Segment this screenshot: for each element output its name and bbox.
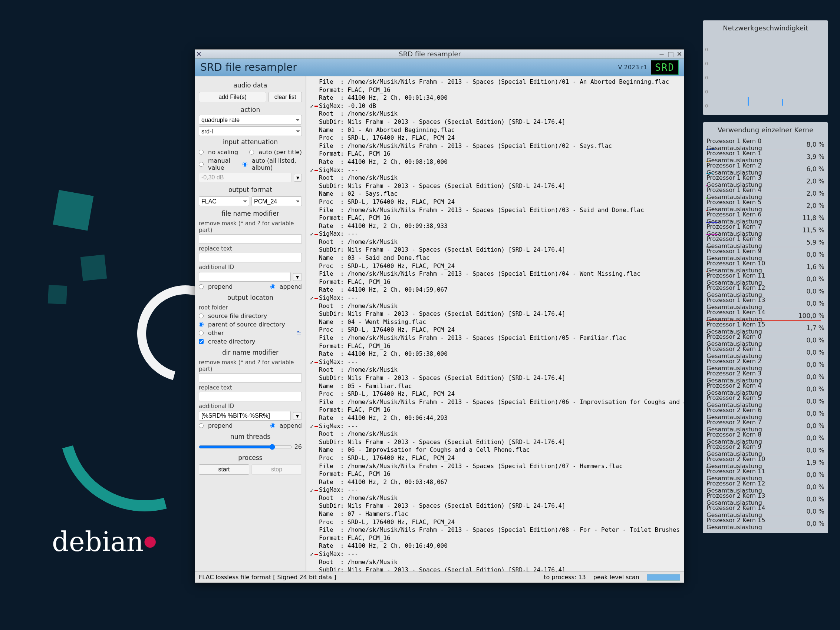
app-name: SRD file resampler: [200, 61, 618, 73]
cpu-core-row: Prozessor 2 Kern 9 Gesamtauslastung0,0 %: [703, 444, 828, 456]
log-file-checkmark[interactable]: ✓: [307, 359, 318, 366]
section-output-location: output locaton: [199, 291, 302, 303]
cpu-core-value: 0,0 %: [806, 434, 824, 442]
cpu-core-row: Prozessor 2 Kern 0 Gesamtauslastung0,0 %: [703, 334, 828, 346]
log-file-checkmark[interactable]: ✓: [307, 487, 318, 495]
action-select[interactable]: quadruple rate: [199, 115, 302, 124]
label-dnm-replace-text: replace text: [199, 384, 302, 391]
attenuation-stepper[interactable]: ▾: [294, 174, 302, 181]
radio-loc-source[interactable]: [199, 313, 204, 318]
input-replace-text[interactable]: [199, 253, 302, 262]
label-loc-parent: parent of source directory: [208, 321, 285, 328]
label-loc-source: source file directory: [208, 312, 267, 320]
progress-bar: [647, 574, 680, 581]
cpu-core-row: Prozessor 1 Kern 9 Gesamtauslastung0,0 %: [703, 248, 828, 260]
start-button[interactable]: start: [199, 465, 249, 475]
radio-no-scaling[interactable]: [199, 150, 204, 154]
radio-auto-album[interactable]: [243, 162, 247, 167]
input-dnm-replace-text[interactable]: [199, 392, 302, 402]
cpu-core-value: 0,0 %: [806, 251, 824, 258]
log-file-checkmark[interactable]: ✓: [307, 423, 318, 430]
input-additional-id[interactable]: [199, 272, 291, 282]
minimize-button[interactable]: −: [657, 50, 666, 58]
cpu-core-row: Prozessor 2 Kern 11 Gesamtauslastung0,0 …: [703, 468, 828, 480]
algorithm-select[interactable]: srd-l: [199, 126, 302, 136]
app-window: ✕ SRD file resampler − □ ✕ SRD file resa…: [195, 49, 684, 583]
cpu-core-row: Prozessor 1 Kern 10 Gesamtauslastung1,6 …: [703, 260, 828, 273]
log-file-checkmark[interactable]: ✓: [307, 295, 318, 302]
log-panel[interactable]: File : /home/sk/Musik/Nils Frahm - 2013 …: [306, 76, 684, 572]
label-dnm-additional-id: additional ID: [199, 403, 302, 410]
dnm-additional-id-dropdown[interactable]: ▾: [293, 412, 302, 420]
radio-fnm-prepend[interactable]: [199, 284, 204, 289]
radio-fnm-append[interactable]: [270, 284, 275, 289]
label-loc-other: other: [208, 329, 224, 337]
radio-loc-other[interactable]: [199, 331, 204, 335]
close-button[interactable]: ✕: [675, 50, 684, 58]
add-files-button[interactable]: add File(s): [199, 92, 266, 102]
cpu-core-value: 0,0 %: [806, 447, 824, 454]
input-dnm-additional-id[interactable]: [199, 411, 291, 421]
label-auto-album: auto (all listed, album): [252, 157, 302, 171]
status-format: FLAC lossless file format [ Signed 24 bi…: [199, 574, 336, 581]
cpu-core-row: Prozessor 2 Kern 10 Gesamtauslastung1,9 …: [703, 456, 828, 468]
cpu-core-row: Prozessor 2 Kern 6 Gesamtauslastung0,0 %: [703, 407, 828, 419]
radio-auto-title[interactable]: [249, 150, 254, 154]
label-dnm-prepend: prepend: [208, 422, 233, 429]
section-dir-name-modifier: dir name modifier: [199, 346, 302, 358]
clear-list-button[interactable]: clear list: [268, 92, 302, 102]
check-create-directory[interactable]: [199, 339, 204, 344]
stop-button[interactable]: stop: [251, 465, 302, 475]
cpu-core-label: Prozessor 2 Kern 15 Gesamtauslastung: [706, 517, 806, 531]
cpu-core-value: 1,7 %: [806, 324, 824, 332]
cpu-core-value: 0,0 %: [806, 337, 824, 344]
log-file-checkmark[interactable]: ✓: [307, 230, 318, 238]
cpu-core-row: Prozessor 1 Kern 2 Gesamtauslastung6,0 %: [703, 163, 828, 175]
window-menu-icon[interactable]: ✕: [195, 50, 202, 58]
format-select[interactable]: FLAC: [199, 197, 249, 206]
titlebar[interactable]: ✕ SRD file resampler − □ ✕: [195, 50, 684, 58]
status-peak-scan: peak level scan: [594, 574, 639, 581]
folder-browse-icon[interactable]: 🗀: [296, 329, 302, 337]
label-prepend: prepend: [208, 283, 233, 290]
network-bar: [782, 99, 783, 106]
cpu-core-value: 2,0 %: [806, 190, 824, 197]
input-remove-mask[interactable]: [199, 234, 302, 244]
maximize-button[interactable]: □: [666, 50, 675, 58]
section-num-threads: num threads: [199, 431, 302, 442]
radio-manual-value[interactable]: [199, 162, 204, 167]
label-append: append: [279, 283, 302, 290]
log-file-checkmark[interactable]: ✓: [307, 102, 318, 110]
section-output-format: output format: [199, 184, 302, 195]
cpu-core-value: 0,0 %: [806, 386, 824, 393]
cpu-core-row: Prozessor 2 Kern 7 Gesamtauslastung0,0 %: [703, 419, 828, 432]
srd-logo-icon: SRD: [651, 60, 679, 75]
cpu-core-value: 2,0 %: [806, 202, 824, 209]
cpu-core-row: Prozessor 1 Kern 0 Gesamtauslastung8,0 %: [703, 138, 828, 150]
cpu-core-value: 0,0 %: [806, 471, 824, 479]
log-file-checkmark[interactable]: ✓: [307, 551, 318, 558]
log-file-checkmark[interactable]: ✓: [307, 167, 318, 174]
cpu-core-value: 0,0 %: [806, 276, 824, 283]
input-dnm-remove-mask[interactable]: [199, 373, 302, 383]
threads-slider[interactable]: [199, 444, 292, 450]
window-title: SRD file resampler: [202, 50, 657, 58]
additional-id-dropdown[interactable]: ▾: [293, 273, 302, 281]
network-widget-title: Netzwerkgeschwindigkeit: [703, 20, 828, 35]
cpu-core-value: 2,0 %: [806, 178, 824, 185]
label-auto-title: auto (per title): [259, 149, 302, 156]
cpu-widget-title: Verwendung einzelner Kerne: [703, 122, 828, 137]
cpu-core-value: 0,0 %: [806, 496, 824, 503]
cpu-core-value: 0,0 %: [806, 349, 824, 356]
wallpaper-shape: [81, 255, 107, 281]
network-axis: 00000: [705, 43, 708, 113]
bitdepth-select[interactable]: PCM_24: [251, 197, 302, 206]
cpu-core-value: 6,0 %: [806, 165, 824, 173]
cpu-core-row: Prozessor 2 Kern 4 Gesamtauslastung0,0 %: [703, 383, 828, 395]
threads-value: 26: [294, 443, 302, 450]
cpu-core-row: Prozessor 1 Kern 4 Gesamtauslastung2,0 %: [703, 187, 828, 199]
radio-loc-parent[interactable]: [199, 322, 204, 327]
radio-dnm-prepend[interactable]: [199, 423, 204, 428]
radio-dnm-append[interactable]: [270, 423, 275, 428]
cpu-core-row: Prozessor 1 Kern 1 Gesamtauslastung3,9 %: [703, 150, 828, 163]
